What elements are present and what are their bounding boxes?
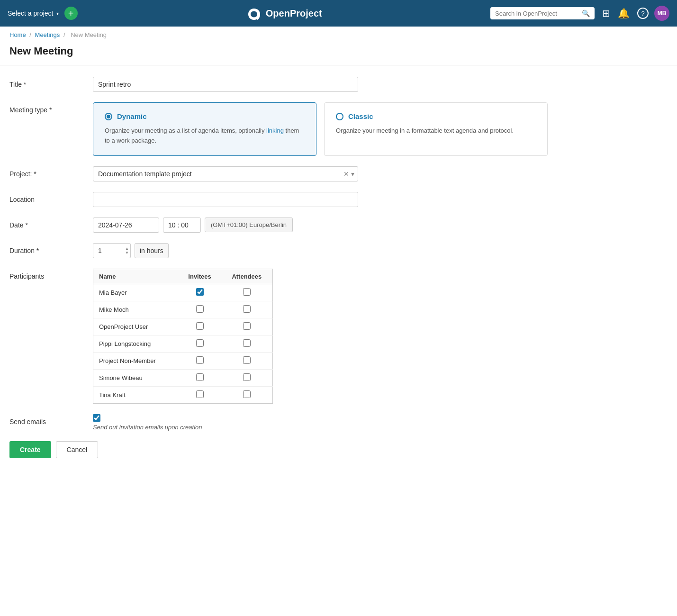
project-row: Project: * Documentation template projec… — [9, 166, 668, 181]
in-hours-label: in hours — [135, 243, 169, 258]
participants-label: Participants — [9, 269, 85, 280]
participant-invitee-cell — [178, 284, 221, 301]
project-label: Project: * — [9, 166, 85, 178]
notifications-button[interactable]: 🔔 — [616, 6, 632, 21]
invitee-checkbox[interactable] — [196, 305, 204, 313]
search-input[interactable] — [495, 10, 579, 17]
project-selector-label: Select a project — [8, 9, 54, 17]
attendee-checkbox[interactable] — [243, 288, 251, 296]
participant-invitee-cell — [178, 352, 221, 369]
new-meeting-form: Title * Meeting type * Dynamic Organize … — [0, 77, 677, 477]
invitee-checkbox[interactable] — [196, 339, 204, 347]
participant-name: Mike Moch — [93, 301, 179, 318]
invitee-checkbox[interactable] — [196, 288, 204, 296]
form-buttons: Create Cancel — [9, 441, 668, 458]
meeting-type-label: Meeting type * — [9, 102, 85, 114]
table-row: Tina Kraft — [93, 386, 273, 403]
attendee-checkbox[interactable] — [243, 339, 251, 347]
table-row: Mike Moch — [93, 301, 273, 318]
invitee-checkbox[interactable] — [196, 373, 204, 381]
invitee-checkbox[interactable] — [196, 356, 204, 364]
send-emails-note: Send out invitation emails upon creation — [93, 424, 202, 431]
cancel-button[interactable]: Cancel — [56, 441, 99, 458]
participant-attendee-cell — [221, 335, 273, 352]
col-attendees: Attendees — [221, 269, 273, 284]
attendee-checkbox[interactable] — [243, 373, 251, 381]
date-time-controls: (GMT+01:00) Europe/Berlin — [93, 217, 293, 233]
help-button[interactable]: ? — [635, 6, 650, 21]
dynamic-title: Dynamic — [117, 112, 147, 120]
avatar[interactable]: MB — [654, 6, 669, 21]
col-invitees: Invitees — [178, 269, 221, 284]
duration-decrement-button[interactable]: ▼ — [125, 251, 129, 254]
location-input[interactable] — [93, 192, 358, 207]
breadcrumb-home[interactable]: Home — [9, 31, 26, 38]
duration-increment-button[interactable]: ▲ — [125, 246, 129, 250]
navbar: Select a project ▾ + OpenProject 🔍 ⊞ 🔔 ?… — [0, 0, 677, 27]
classic-desc: Organize your meeting in a formattable t… — [336, 126, 536, 136]
invitee-checkbox[interactable] — [196, 390, 204, 398]
dynamic-radio — [105, 113, 112, 120]
project-select[interactable]: Documentation template project — [93, 166, 358, 181]
openproject-logo-icon — [246, 7, 262, 20]
classic-title: Classic — [348, 112, 373, 120]
navbar-icons: ⊞ 🔔 ? MB — [600, 6, 669, 21]
participant-invitee-cell — [178, 318, 221, 335]
grid-menu-button[interactable]: ⊞ — [600, 6, 612, 21]
participant-name: Project Non-Member — [93, 352, 179, 369]
participant-attendee-cell — [221, 386, 273, 403]
title-label: Title * — [9, 77, 85, 88]
breadcrumb-current: New Meeting — [71, 31, 107, 38]
search-bar[interactable]: 🔍 — [490, 7, 595, 19]
participants-control: Name Invitees Attendees Mia BayerMike Mo… — [93, 269, 273, 404]
search-icon: 🔍 — [582, 9, 590, 17]
project-control: Documentation template project ✕ ▾ — [93, 166, 358, 181]
create-button[interactable]: Create — [9, 441, 51, 458]
participant-attendee-cell — [221, 301, 273, 318]
classic-card[interactable]: Classic Organize your meeting in a forma… — [324, 102, 548, 156]
classic-radio — [336, 113, 343, 120]
participant-name: Mia Bayer — [93, 284, 179, 301]
date-label: Date * — [9, 217, 85, 229]
add-project-button[interactable]: + — [64, 7, 78, 20]
participant-name: Tina Kraft — [93, 386, 179, 403]
participant-attendee-cell — [221, 369, 273, 386]
send-emails-control: Send out invitation emails upon creation — [93, 414, 202, 431]
participant-name: Pippi Longstocking — [93, 335, 179, 352]
date-input[interactable] — [93, 217, 159, 233]
table-row: OpenProject User — [93, 318, 273, 335]
attendee-checkbox[interactable] — [243, 390, 251, 398]
attendee-checkbox[interactable] — [243, 322, 251, 330]
participant-invitee-cell — [178, 369, 221, 386]
participant-attendee-cell — [221, 318, 273, 335]
project-selector[interactable]: Select a project ▾ — [8, 9, 59, 17]
participant-name: OpenProject User — [93, 318, 179, 335]
location-label: Location — [9, 192, 85, 203]
time-input[interactable] — [163, 217, 201, 233]
send-emails-checkbox[interactable] — [93, 414, 100, 422]
help-icon: ? — [637, 8, 649, 19]
app-name: OpenProject — [266, 8, 322, 19]
table-row: Mia Bayer — [93, 284, 273, 301]
duration-row: Duration * ▲ ▼ in hours — [9, 243, 668, 258]
table-row: Project Non-Member — [93, 352, 273, 369]
attendee-checkbox[interactable] — [243, 305, 251, 313]
title-divider — [0, 65, 677, 65]
breadcrumb-sep-2: / — [63, 31, 65, 38]
send-emails-check-row — [93, 414, 202, 422]
chevron-down-icon: ▾ — [56, 11, 59, 16]
dynamic-card[interactable]: Dynamic Organize your meeting as a list … — [93, 102, 316, 156]
participant-invitee-cell — [178, 301, 221, 318]
breadcrumb-meetings[interactable]: Meetings — [35, 31, 60, 38]
location-control — [93, 192, 358, 207]
duration-label: Duration * — [9, 243, 85, 254]
title-control — [93, 77, 358, 92]
grid-icon: ⊞ — [602, 8, 610, 19]
dynamic-card-header: Dynamic — [105, 112, 305, 120]
duration-input-wrapper: ▲ ▼ — [93, 243, 131, 258]
meeting-types: Dynamic Organize your meeting as a list … — [93, 102, 548, 156]
invitee-checkbox[interactable] — [196, 322, 204, 330]
attendee-checkbox[interactable] — [243, 356, 251, 364]
location-row: Location — [9, 192, 668, 207]
title-input[interactable] — [93, 77, 358, 92]
